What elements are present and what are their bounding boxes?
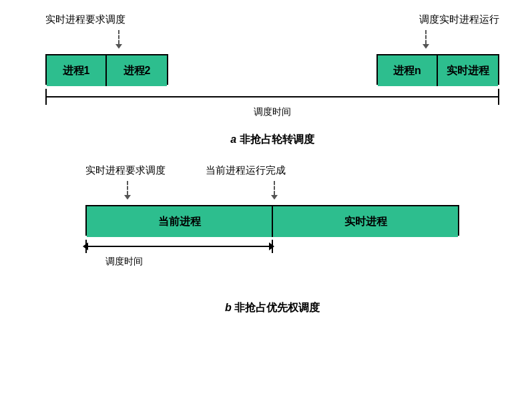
caption-letter-a: a	[230, 134, 236, 145]
label-a-right: 调度实时进程运行	[419, 13, 499, 26]
timeline-label-b: 调度时间	[105, 256, 143, 268]
block-group-right-a: 进程n 实时进程	[376, 54, 499, 85]
block-process2: 进程2	[107, 55, 167, 86]
dashed-line-right-b	[274, 181, 275, 195]
caption-text-a: 非抢占轮转调度	[240, 134, 314, 145]
timeline-row-a: 调度时间	[45, 89, 499, 105]
dashed-arrow-right-b	[271, 181, 278, 200]
dashed-line-left-a	[118, 30, 119, 44]
block-realtime-a: 实时进程	[438, 55, 498, 86]
dashed-arrow-left-a	[115, 30, 122, 49]
arrow-head-left-a	[115, 44, 122, 49]
label-a-left: 实时进程要求调度	[45, 13, 125, 26]
label-b-right: 当前进程运行完成	[206, 164, 286, 177]
arrows-row-b	[85, 181, 459, 205]
diagram-container: 实时进程要求调度 调度实时进程运行 进程1	[13, 13, 518, 315]
blocks-row-b: 当前进程 实时进程	[85, 205, 459, 236]
blocks-row-a: 进程1 进程2 进程n 实时进程	[45, 54, 499, 85]
caption-text-b: 非抢占优先权调度	[234, 302, 320, 313]
block-process1: 进程1	[47, 55, 107, 86]
arrow-head-right-b	[271, 195, 278, 200]
arrows-row-a	[45, 30, 499, 54]
timeline-right-tick-a	[498, 89, 499, 105]
arrow-head-right-a	[423, 44, 429, 49]
dashed-line-left-b	[127, 181, 128, 195]
section-a: 实时进程要求调度 调度实时进程运行 进程1	[13, 13, 518, 147]
timeline-left-tick-a	[45, 89, 47, 105]
section-b: 实时进程要求调度 当前进程运行完成 当前进程	[13, 164, 518, 315]
dashed-arrow-left-b	[124, 181, 131, 200]
label-b-left: 实时进程要求调度	[85, 164, 166, 177]
block-processn: 进程n	[378, 55, 438, 86]
page-wrapper: 实时进程要求调度 调度实时进程运行 进程1	[13, 13, 518, 420]
block-realtime-b: 实时进程	[273, 206, 458, 237]
arrowhead-right-b	[269, 242, 274, 250]
block-group-b: 当前进程 实时进程	[85, 205, 459, 236]
block-current: 当前进程	[87, 206, 273, 237]
dashed-line-right-a	[425, 30, 427, 44]
caption-letter-b: b	[225, 302, 232, 313]
block-group-left-a: 进程1 进程2	[45, 54, 168, 85]
timeline-row-b: 调度时间	[85, 240, 459, 273]
arrow-head-left-b	[124, 195, 131, 200]
arrow-line-b	[85, 246, 273, 247]
caption-a: a 非抢占轮转调度	[230, 133, 314, 147]
dashed-arrow-right-a	[423, 30, 429, 49]
timeline-line-a	[45, 96, 499, 97]
caption-b: b 非抢占优先权调度	[225, 301, 320, 315]
arrowhead-left-b	[83, 242, 88, 250]
timeline-label-a: 调度时间	[254, 106, 291, 118]
